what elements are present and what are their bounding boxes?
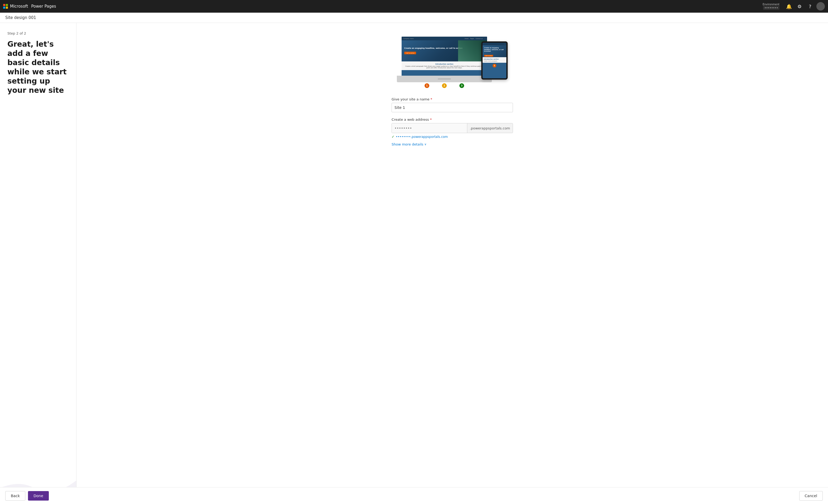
user-avatar[interactable] <box>816 2 825 10</box>
sidebar: Step 2 of 2 Great, let's add a few basic… <box>0 23 77 504</box>
show-more-label: Show more details <box>391 142 423 146</box>
laptop-nav-bar: Company name HomePagesContact us··· <box>402 37 487 40</box>
site-preview: Company name HomePagesContact us··· Crea… <box>397 34 508 89</box>
mobile-badge-1: 1 <box>493 64 496 67</box>
environment-selector[interactable]: Environment •••••••• <box>762 3 780 10</box>
validation-row: ✓ ••••••••.powerappsportals.com <box>391 135 513 139</box>
main-area: Step 2 of 2 Great, let's add a few basic… <box>0 23 828 504</box>
microsoft-grid-icon <box>3 4 8 9</box>
help-icon[interactable]: ? <box>806 2 814 10</box>
notification-icon[interactable]: 🔔 <box>785 2 793 10</box>
web-address-input[interactable] <box>392 123 467 133</box>
footer: Back Done Cancel <box>0 487 828 504</box>
mobile-intro-title: Introduction section <box>484 58 505 60</box>
web-address-group: Create a web address * .powerappsportals… <box>391 118 513 146</box>
mobile-cta-button: Call to action <box>484 55 493 57</box>
mobile-intro-text: Create a short paragraph... <box>484 60 505 62</box>
mobile-intro-section: Introduction section Create a short para… <box>483 57 506 63</box>
site-name-required: * <box>430 97 432 101</box>
laptop-hero-section: Create an engaging headline, welcome, or… <box>402 40 487 61</box>
mobile-hero-text: Create an engaging headline, welcome, or… <box>484 47 505 52</box>
content-area: Company name HomePagesContact us··· Crea… <box>77 23 828 504</box>
mobile-screen: ··· Create an engaging headline, welcome… <box>483 43 506 78</box>
mobile-hero-section: Create an engaging headline, welcome, or… <box>483 45 506 57</box>
settings-icon[interactable]: ⚙ <box>795 2 804 10</box>
page-header: Site design 001 <box>0 13 828 23</box>
feature-badges: 1 2 3 <box>397 83 492 88</box>
laptop-intro-title: Introduction section <box>404 63 485 65</box>
badge-1: 1 <box>424 83 429 88</box>
web-address-required: * <box>430 118 432 122</box>
setup-form: Give your site a name * Create a web add… <box>391 97 513 151</box>
chevron-down-icon: ∨ <box>424 143 426 146</box>
validation-url: ••••••••.powerappsportals.com <box>396 135 448 139</box>
laptop-screen: Company name HomePagesContact us··· Crea… <box>402 37 487 82</box>
brand-name: Microsoft <box>10 4 28 9</box>
mobile-nav-bar: ··· <box>483 43 506 45</box>
sidebar-heading: Great, let's add a few basic details whi… <box>7 40 69 95</box>
page-title: Site design 001 <box>5 15 36 20</box>
step-indicator: Step 2 of 2 <box>7 31 69 35</box>
cancel-button[interactable]: Cancel <box>799 491 823 501</box>
laptop-hero-text: Create an engaging headline, welcome, or… <box>404 47 462 50</box>
show-more-button[interactable]: Show more details ∨ <box>391 142 513 146</box>
laptop-cta-button: Call to action <box>404 52 416 54</box>
app-logo[interactable]: Microsoft <box>3 4 28 9</box>
site-name-label: Give your site a name * <box>391 97 513 101</box>
badge-2: 2 <box>442 83 447 88</box>
environment-name: •••••••• <box>763 6 780 10</box>
web-address-row: .powerappsportals.com <box>391 123 513 133</box>
top-nav-icons: 🔔 ⚙ ? <box>785 2 825 10</box>
web-address-label: Create a web address * <box>391 118 513 122</box>
back-button[interactable]: Back <box>5 491 25 501</box>
top-navigation: Microsoft Power Pages Environment ••••••… <box>0 0 828 13</box>
site-name-input[interactable] <box>391 103 513 112</box>
app-name: Power Pages <box>31 4 56 9</box>
done-button[interactable]: Done <box>28 491 49 501</box>
mobile-mockup: ··· Create an engaging headline, welcome… <box>481 41 508 80</box>
environment-label: Environment <box>762 3 780 6</box>
badge-3: 3 <box>459 83 464 88</box>
laptop-intro-text: Create a short paragraph that shows your… <box>404 65 485 68</box>
laptop-mockup: Company name HomePagesContact us··· Crea… <box>397 34 492 89</box>
laptop-intro-section: Introduction section Create a short para… <box>402 61 487 70</box>
site-name-group: Give your site a name * <box>391 97 513 112</box>
validation-check-icon: ✓ <box>391 135 395 139</box>
web-address-suffix: .powerappsportals.com <box>467 123 513 133</box>
